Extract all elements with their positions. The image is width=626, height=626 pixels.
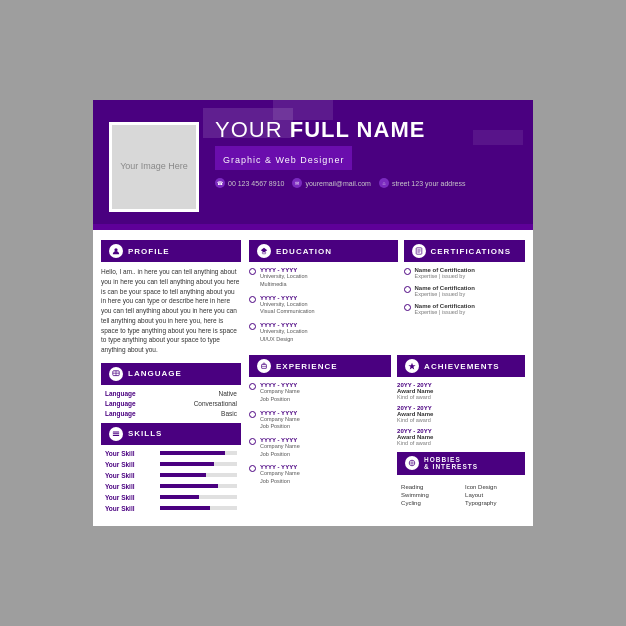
skill-label-0: Your Skill — [105, 450, 160, 457]
exp-year-1: YYYY - YYYY — [260, 410, 300, 416]
hobbies-grid: ReadingIcon DesignSwimmingLayoutCyclingT… — [397, 480, 525, 510]
edu-text-0: YYYY - YYYY University, LocationMultimed… — [260, 267, 308, 288]
cert-item-0: Name of Certification Expertise | issued… — [404, 267, 526, 279]
hobbies-header: HOBBIES& INTERESTS — [397, 452, 525, 474]
profile-header: PROFILE — [101, 240, 241, 262]
cert-bullet-1 — [404, 286, 411, 293]
exp-bullet-3 — [249, 465, 256, 472]
svg-marker-15 — [409, 363, 416, 370]
resume-body: PROFILE Hello, I am.. in here you can te… — [93, 230, 533, 526]
language-label: LANGUAGE — [128, 369, 182, 378]
contact-phone: ☎ 00 123 4567 8910 — [215, 178, 284, 188]
right-column: EDUCATION YYYY - YYYY University, Locati… — [249, 240, 525, 516]
contact-email: ✉ youremail@mail.com — [292, 178, 370, 188]
skill-bar-bg-3 — [160, 484, 237, 488]
cert-text-1: Name of Certification Expertise | issued… — [415, 285, 475, 297]
skill-label-5: Your Skill — [105, 505, 160, 512]
experience-list: YYYY - YYYY Company NameJob Position YYY… — [249, 382, 391, 486]
skill-item-3: Your Skill — [101, 483, 241, 490]
lang-level-2: Basic — [221, 410, 237, 417]
hobby-item-3: Layout — [465, 492, 521, 498]
hobbies-label: HOBBIES& INTERESTS — [424, 456, 478, 470]
header-text-block: YOUR FULL NAME Graphic & Web Designer ☎ … — [215, 118, 517, 188]
hobbies-icon — [405, 456, 419, 470]
edu-place-0: University, LocationMultimedia — [260, 273, 308, 288]
right-top: EDUCATION YYYY - YYYY University, Locati… — [249, 240, 525, 349]
language-header: LANGUAGE — [101, 363, 241, 385]
left-column: PROFILE Hello, I am.. in here you can te… — [101, 240, 241, 516]
exp-company-2: Company NameJob Position — [260, 443, 300, 458]
phone-icon: ☎ — [215, 178, 225, 188]
lang-item-2: Language Basic — [101, 410, 241, 417]
exp-item-3: YYYY - YYYY Company NameJob Position — [249, 464, 391, 485]
skills-icon — [109, 427, 123, 441]
edu-bullet-0 — [249, 268, 256, 275]
skill-item-2: Your Skill — [101, 472, 241, 479]
cert-detail-0: Expertise | issued by — [415, 273, 475, 279]
education-list: YYYY - YYYY University, LocationMultimed… — [249, 267, 398, 343]
language-icon — [109, 367, 123, 381]
profile-icon — [109, 244, 123, 258]
skill-bar-bg-4 — [160, 495, 237, 499]
lang-level-0: Native — [219, 390, 237, 397]
svg-rect-5 — [113, 433, 119, 434]
skill-bar-bg-1 — [160, 462, 237, 466]
skill-bar-bg-5 — [160, 506, 237, 510]
profile-label: PROFILE — [128, 247, 170, 256]
skill-item-1: Your Skill — [101, 461, 241, 468]
skill-bar-fill-0 — [160, 451, 225, 455]
name-regular: YOUR — [215, 117, 290, 142]
exp-bullet-2 — [249, 438, 256, 445]
edu-item-0: YYYY - YYYY University, LocationMultimed… — [249, 267, 398, 288]
achieve-icon — [405, 359, 419, 373]
achieve-kind-0: Kind of award — [397, 394, 525, 400]
hobby-item-0: Reading — [401, 484, 457, 490]
skills-label: SKILLS — [128, 429, 162, 438]
cert-item-1: Name of Certification Expertise | issued… — [404, 285, 526, 297]
address-icon: ⌂ — [379, 178, 389, 188]
cert-icon — [412, 244, 426, 258]
lang-name-1: Language — [105, 400, 136, 407]
edu-bullet-2 — [249, 323, 256, 330]
skill-item-4: Your Skill — [101, 494, 241, 501]
address-text: street 123 your address — [392, 180, 466, 187]
cert-header: CERTIFICATIONS — [404, 240, 526, 262]
edu-place-2: University, LocationUI/UX Design — [260, 328, 308, 343]
achievements-list: 20YY - 20YY Award Name Kind of award 20Y… — [397, 382, 525, 446]
hobbies-section: HOBBIES& INTERESTS ReadingIcon DesignSwi… — [397, 452, 525, 509]
exp-company-1: Company NameJob Position — [260, 416, 300, 431]
skill-bar-bg-2 — [160, 473, 237, 477]
resume-document: Your Image Here YOUR FULL NAME Graphic &… — [93, 100, 533, 526]
lang-name-0: Language — [105, 390, 136, 397]
achieve-label: ACHIEVEMENTS — [424, 362, 500, 371]
cert-text-2: Name of Certification Expertise | issued… — [415, 303, 475, 315]
skill-label-3: Your Skill — [105, 483, 160, 490]
language-section: LANGUAGE Language Native Language Conver… — [101, 363, 241, 417]
cert-detail-2: Expertise | issued by — [415, 309, 475, 315]
achieve-kind-2: Kind of award — [397, 440, 525, 446]
cert-label: CERTIFICATIONS — [431, 247, 512, 256]
exp-bullet-0 — [249, 383, 256, 390]
svg-rect-4 — [113, 431, 119, 432]
full-name: YOUR FULL NAME — [215, 118, 517, 142]
cert-detail-1: Expertise | issued by — [415, 291, 475, 297]
hobby-item-2: Swimming — [401, 492, 457, 498]
skill-label-1: Your Skill — [105, 461, 160, 468]
resume-header: Your Image Here YOUR FULL NAME Graphic &… — [93, 100, 533, 224]
skill-bar-fill-2 — [160, 473, 206, 477]
certifications-section: CERTIFICATIONS Name of Certification Exp… — [404, 240, 526, 349]
profile-section: PROFILE Hello, I am.. in here you can te… — [101, 240, 241, 355]
skill-bar-fill-4 — [160, 495, 199, 499]
svg-rect-6 — [113, 435, 119, 436]
exp-text-2: YYYY - YYYY Company NameJob Position — [260, 437, 300, 458]
achieve-kind-1: Kind of award — [397, 417, 525, 423]
exp-company-3: Company NameJob Position — [260, 470, 300, 485]
contact-address: ⌂ street 123 your address — [379, 178, 466, 188]
skills-list: Your Skill Your Skill Your Skill Your Sk… — [101, 450, 241, 512]
svg-point-0 — [114, 248, 117, 251]
skill-bar-bg-0 — [160, 451, 237, 455]
education-section: EDUCATION YYYY - YYYY University, Locati… — [249, 240, 398, 349]
skill-bar-fill-5 — [160, 506, 210, 510]
edu-item-1: YYYY - YYYY University, LocationVisual C… — [249, 295, 398, 316]
education-header: EDUCATION — [249, 240, 398, 262]
